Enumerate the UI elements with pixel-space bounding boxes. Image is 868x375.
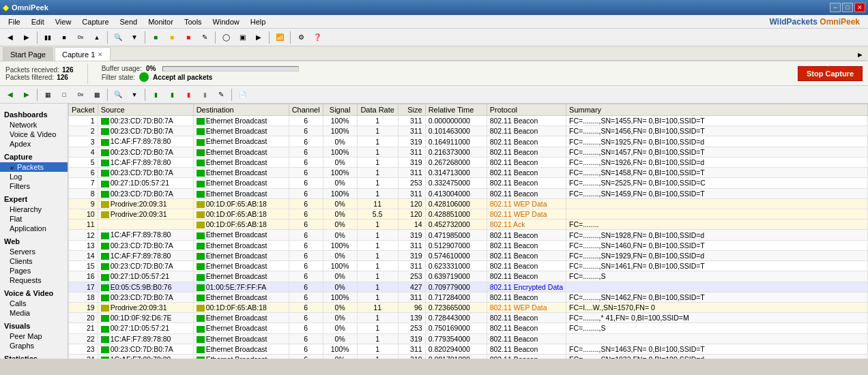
pkt-back[interactable]: ◀ (3, 88, 18, 102)
sidebar-item-log[interactable]: Log (0, 172, 68, 181)
toolbar-settings[interactable]: ⚙ (293, 31, 308, 44)
table-row[interactable]: 4 00:23:CD:7D:B0:7A Ethernet Broadcast 6… (69, 147, 868, 157)
packet-table-container[interactable]: Packet Source Destination Channel Signal… (68, 104, 868, 359)
tabs-forward[interactable]: ► (855, 49, 865, 61)
table-row[interactable]: 24 1C:AF:F7:89:78:80 Ethernet Broadcast … (69, 355, 868, 359)
close-button[interactable]: ✕ (854, 3, 865, 12)
toolbar-btn1[interactable]: ▮▮ (40, 31, 55, 44)
table-row[interactable]: 6 00:23:CD:7D:B0:7A Ethernet Broadcast 6… (69, 168, 868, 178)
pkt-filter-drop[interactable]: ▼ (127, 88, 142, 102)
sidebar-item-requests[interactable]: Requests (0, 275, 68, 285)
menu-help[interactable]: Help (245, 16, 272, 27)
sidebar-item-network[interactable]: Network (0, 120, 68, 130)
toolbar-help[interactable]: ❓ (310, 31, 325, 44)
table-row[interactable]: 23 00:23:CD:7D:B0:7A Ethernet Broadcast … (69, 344, 868, 354)
pkt-g3[interactable]: ▮ (181, 88, 196, 102)
table-row[interactable]: 21 00:27:1D:05:57:21 Ethernet Broadcast … (69, 323, 868, 333)
pkt-forward[interactable]: ▶ (19, 88, 34, 102)
table-row[interactable]: 8 00:23:CD:7D:B0:7A Ethernet Broadcast 6… (69, 188, 868, 198)
menu-edit[interactable]: Edit (26, 16, 50, 27)
menu-monitor[interactable]: Monitor (143, 16, 179, 27)
sidebar-section-visuals[interactable]: Visuals (0, 320, 68, 331)
table-row[interactable]: 11 00:1D:0F:65:AB:18 6 0% 1 14 0.4527320… (69, 220, 868, 230)
table-row[interactable]: 12 1C:AF:F7:89:78:80 Ethernet Broadcast … (69, 230, 868, 240)
sidebar-item-packets[interactable]: ►Packets (0, 162, 68, 172)
sidebar-item-graphs[interactable]: Graphs (0, 341, 68, 350)
pkt-chart[interactable]: ▩ (89, 88, 104, 102)
maximize-button[interactable]: □ (842, 3, 853, 12)
menu-file[interactable]: File (3, 16, 26, 27)
pkt-search[interactable]: 🔍 (111, 88, 126, 102)
menu-window[interactable]: Window (207, 16, 245, 27)
sidebar-section-capture[interactable]: Capture (0, 151, 68, 162)
toolbar-yellow[interactable]: ■ (164, 31, 179, 44)
table-row[interactable]: 9 Prodrive:20:09:31 00:1D:0F:65:AB:18 6 … (69, 198, 868, 209)
toolbar-extra2[interactable]: ▣ (235, 31, 250, 44)
toolbar-back[interactable]: ◀ (3, 31, 18, 44)
table-row[interactable]: 19 Prodrive:20:09:31 00:1D:0F:65:AB:18 6… (69, 302, 868, 312)
sidebar-item-hierarchy[interactable]: Hierarchy (0, 205, 68, 214)
sidebar-item-application[interactable]: Application (0, 224, 68, 233)
tab-capture1[interactable]: Capture 1 ✕ (55, 47, 111, 61)
sidebar-item-media[interactable]: Media (0, 308, 68, 318)
pkt-note[interactable]: 📄 (235, 88, 250, 102)
tab-capture1-close[interactable]: ✕ (98, 51, 103, 58)
sidebar-section-dashboards[interactable]: Dashboards (0, 109, 68, 120)
sidebar-section-web[interactable]: Web (0, 236, 68, 247)
toolbar-red[interactable]: ■ (181, 31, 196, 44)
table-row[interactable]: 10 Prodrive:20:09:31 00:1D:0F:65:AB:18 6… (69, 209, 868, 219)
toolbar-edit[interactable]: ✎ (197, 31, 212, 44)
table-row[interactable]: 22 1C:AF:F7:89:78:80 Ethernet Broadcast … (69, 333, 868, 344)
toolbar-wifi[interactable]: 📶 (272, 31, 287, 44)
table-row[interactable]: 14 1C:AF:F7:89:78:80 Ethernet Broadcast … (69, 250, 868, 260)
sidebar-item-filters[interactable]: Filters (0, 181, 68, 191)
sidebar-section-expert[interactable]: Expert (0, 194, 68, 205)
toolbar-extra3[interactable]: ▶ (251, 31, 266, 44)
table-row[interactable]: 3 1C:AF:F7:89:78:80 Ethernet Broadcast 6… (69, 136, 868, 147)
table-row[interactable]: 17 E0:05:C5:9B:B0:76 01:00:5E:7F:FF:FA 6… (69, 282, 868, 292)
table-row[interactable]: 15 00:23:CD:7D:B0:7A Ethernet Broadcast … (69, 261, 868, 271)
table-row[interactable]: 18 00:23:CD:7D:B0:7A Ethernet Broadcast … (69, 292, 868, 302)
cell-summary (566, 333, 868, 344)
table-row[interactable]: 16 00:27:1D:05:57:21 Ethernet Broadcast … (69, 271, 868, 282)
sidebar-item-clients[interactable]: Clients (0, 256, 68, 266)
sidebar-item-pages[interactable]: Pages (0, 266, 68, 275)
pkt-g4[interactable]: ▮ (197, 88, 212, 102)
pkt-hex[interactable]: □ (57, 88, 72, 102)
toolbar-forward[interactable]: ▶ (19, 31, 34, 44)
menu-send[interactable]: Send (115, 16, 143, 27)
pkt-g2[interactable]: ▮ (164, 88, 179, 102)
sidebar-item-peermap[interactable]: Peer Map (0, 331, 68, 341)
toolbar-green[interactable]: ■ (148, 31, 163, 44)
table-row[interactable]: 13 00:23:CD:7D:B0:7A Ethernet Broadcast … (69, 240, 868, 250)
toolbar-extra1[interactable]: ◯ (218, 31, 233, 44)
toolbar-search[interactable]: 🔍 (111, 31, 126, 44)
pkt-g1[interactable]: ▮ (148, 88, 163, 102)
table-row[interactable]: 1 00:23:CD:7D:B0:7A Ethernet Broadcast 6… (69, 116, 868, 126)
sidebar-section-voicevideo[interactable]: Voice & Video (0, 288, 68, 299)
stop-capture-button[interactable]: Stop Capture (798, 66, 863, 81)
toolbar-btn4[interactable]: ▲ (89, 31, 104, 44)
menu-tools[interactable]: Tools (179, 16, 207, 27)
pkt-edit[interactable]: ✎ (214, 88, 229, 102)
sidebar-item-flat[interactable]: Flat (0, 214, 68, 224)
pkt-decode[interactable]: 0x (73, 88, 88, 102)
sidebar-section-statistics[interactable]: Statistics (0, 353, 68, 359)
minimize-button[interactable]: – (830, 3, 841, 12)
sidebar-item-calls[interactable]: Calls (0, 299, 68, 308)
sidebar-item-voice-video[interactable]: Voice & Video (0, 130, 68, 139)
table-row[interactable]: 7 00:27:1D:05:57:21 Ethernet Broadcast 6… (69, 178, 868, 188)
tab-start-page[interactable]: Start Page (3, 47, 53, 61)
table-row[interactable]: 5 1C:AF:F7:89:78:80 Ethernet Broadcast 6… (69, 157, 868, 167)
menu-view[interactable]: View (50, 16, 77, 27)
sidebar-item-servers[interactable]: Servers (0, 247, 68, 256)
menu-capture[interactable]: Capture (76, 16, 114, 27)
table-row[interactable]: 20 00:1D:0F:92:D6:7E Ethernet Broadcast … (69, 313, 868, 323)
table-row[interactable]: 2 00:23:CD:7D:B0:7A Ethernet Broadcast 6… (69, 126, 868, 136)
cell-reltime: 0.881701000 (425, 355, 487, 359)
pkt-list[interactable]: ▦ (40, 88, 55, 102)
sidebar-item-apdex[interactable]: Apdex (0, 139, 68, 149)
toolbar-btn2[interactable]: ■ (57, 31, 72, 44)
toolbar-filter[interactable]: ▼ (127, 31, 142, 44)
toolbar-btn3[interactable]: 0x (73, 31, 88, 44)
